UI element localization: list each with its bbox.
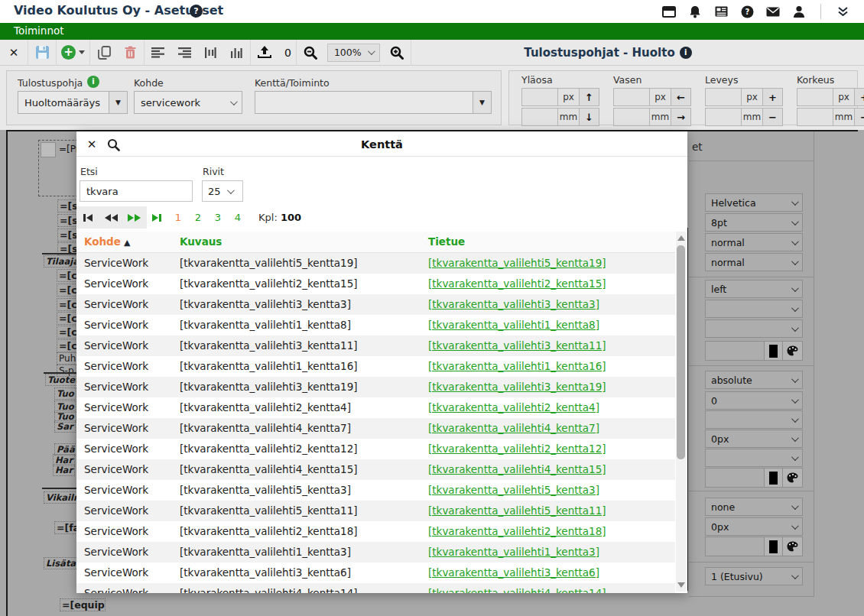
dimension-px-input[interactable] bbox=[705, 88, 742, 106]
property-select[interactable]: absolute bbox=[705, 371, 803, 389]
last-page-button[interactable] bbox=[145, 206, 168, 229]
close-button[interactable]: ✕ bbox=[5, 43, 23, 63]
dimension-down-button[interactable]: − bbox=[855, 108, 864, 126]
user-icon[interactable] bbox=[791, 4, 807, 19]
dimension-up-button[interactable]: ↑ bbox=[580, 88, 599, 106]
column-kuvaus[interactable]: Kuvaus bbox=[180, 235, 222, 248]
save-button[interactable] bbox=[33, 43, 51, 63]
distribute-horizontal-button[interactable] bbox=[201, 43, 219, 63]
table-row[interactable]: ServiceWork [tkvarakentta_valilehti2_ken… bbox=[76, 274, 675, 294]
first-page-button[interactable] bbox=[76, 206, 99, 229]
kentta-toiminto-select[interactable] bbox=[255, 91, 473, 114]
search-input[interactable] bbox=[80, 180, 193, 202]
modal-scrollbar[interactable] bbox=[676, 232, 686, 592]
dimension-up-button[interactable]: + bbox=[763, 88, 783, 106]
palette-button[interactable] bbox=[783, 468, 803, 488]
delete-button[interactable] bbox=[121, 43, 139, 63]
align-left-button[interactable] bbox=[149, 43, 167, 63]
tulostuspohja-info-icon[interactable]: i bbox=[87, 76, 99, 88]
cell-tietue-link[interactable]: [tkvarakentta_valilehti4_kentta15] bbox=[428, 463, 606, 475]
template-field[interactable]: Lisäta bbox=[44, 557, 78, 569]
table-row[interactable]: ServiceWork [tkvarakentta_valilehti2_ken… bbox=[76, 521, 675, 542]
property-select[interactable]: normal bbox=[705, 233, 803, 251]
table-row[interactable]: ServiceWork [tkvarakentta_valilehti5_ken… bbox=[76, 480, 675, 501]
property-select[interactable]: 1 (Etusivu) bbox=[705, 567, 803, 585]
cell-tietue-link[interactable]: [tkvarakentta_valilehti2_kentta18] bbox=[428, 525, 606, 537]
kohde-select[interactable]: servicework bbox=[134, 91, 242, 114]
table-row[interactable]: ServiceWork [tkvarakentta_valilehti1_ken… bbox=[76, 356, 675, 377]
property-select[interactable]: none bbox=[705, 498, 803, 516]
property-select[interactable] bbox=[705, 319, 803, 338]
dimension-down-button[interactable]: → bbox=[671, 108, 691, 126]
tulostuspohja-dropdown-button[interactable]: ▼ bbox=[109, 91, 128, 114]
color-value-input[interactable] bbox=[705, 341, 765, 361]
page-number[interactable]: 2 bbox=[188, 212, 208, 223]
column-kohde[interactable]: Kohde▲ bbox=[84, 235, 130, 248]
dimension-up-button[interactable]: ← bbox=[671, 88, 691, 106]
scrollbar-thumb[interactable] bbox=[677, 245, 685, 459]
color-swatch-button[interactable] bbox=[765, 468, 783, 488]
modal-close-button[interactable]: ✕ bbox=[83, 135, 101, 154]
modal-search-icon[interactable] bbox=[104, 135, 122, 154]
table-row[interactable]: ServiceWork [tkvarakentta_valilehti1_ken… bbox=[76, 542, 675, 563]
table-row[interactable]: ServiceWork [tkvarakentta_valilehti4_ken… bbox=[76, 418, 675, 439]
window-icon[interactable] bbox=[661, 4, 677, 19]
next-page-button[interactable] bbox=[122, 206, 145, 229]
template-field[interactable]: Puh bbox=[57, 352, 78, 365]
template-field[interactable]: Tuo bbox=[54, 387, 76, 400]
menu-toiminnot[interactable]: Toiminnot bbox=[14, 24, 64, 37]
collapse-chevrons-icon[interactable] bbox=[835, 4, 850, 19]
cell-tietue-link[interactable]: [tkvarakentta_valilehti3_kentta19] bbox=[428, 381, 606, 393]
palette-button[interactable] bbox=[783, 537, 803, 556]
page-number[interactable]: 3 bbox=[208, 212, 228, 223]
add-button[interactable]: + bbox=[61, 43, 85, 63]
table-row[interactable]: ServiceWork [tkvarakentta_valilehti2_ken… bbox=[76, 397, 675, 418]
color-swatch-button[interactable] bbox=[765, 341, 783, 361]
zoom-out-button[interactable] bbox=[301, 43, 320, 63]
property-select[interactable]: left bbox=[705, 280, 803, 298]
scroll-up-arrow[interactable] bbox=[677, 235, 685, 241]
property-select[interactable]: Helvetica bbox=[705, 193, 803, 212]
dimension-mm-input[interactable] bbox=[705, 108, 742, 126]
color-swatch-button[interactable] bbox=[765, 537, 783, 556]
property-select[interactable] bbox=[705, 410, 803, 429]
cell-tietue-link[interactable]: [tkvarakentta_valilehti4_kentta7] bbox=[428, 422, 599, 434]
table-row[interactable]: ServiceWork [tkvarakentta_valilehti4_ken… bbox=[76, 583, 675, 593]
property-select[interactable]: 0px bbox=[705, 517, 803, 536]
template-field[interactable]: =[equipments] bbox=[60, 598, 106, 611]
table-row[interactable]: ServiceWork [tkvarakentta_valilehti5_ken… bbox=[76, 253, 675, 274]
table-row[interactable]: ServiceWork [tkvarakentta_valilehti3_ken… bbox=[76, 377, 675, 397]
palette-button[interactable] bbox=[783, 341, 803, 361]
table-row[interactable]: ServiceWork [tkvarakentta_valilehti3_ken… bbox=[76, 563, 675, 583]
cell-tietue-link[interactable]: [tkvarakentta_valilehti4_kentta14] bbox=[428, 587, 606, 593]
cell-tietue-link[interactable]: [tkvarakentta_valilehti2_kentta4] bbox=[428, 401, 599, 413]
news-icon[interactable] bbox=[713, 4, 729, 19]
template-field[interactable]: Sar bbox=[54, 420, 76, 433]
bring-forward-button[interactable] bbox=[255, 43, 274, 63]
copy-button[interactable] bbox=[95, 43, 113, 63]
table-row[interactable]: ServiceWork [tkvarakentta_valilehti3_ken… bbox=[76, 336, 675, 356]
cell-tietue-link[interactable]: [tkvarakentta_valilehti5_kentta11] bbox=[428, 504, 606, 517]
dimension-mm-input[interactable] bbox=[521, 108, 558, 126]
dimension-px-input[interactable] bbox=[613, 88, 650, 106]
dimension-px-input[interactable] bbox=[797, 88, 833, 106]
table-row[interactable]: ServiceWork [tkvarakentta_valilehti3_ken… bbox=[76, 294, 675, 315]
cell-tietue-link[interactable]: [tkvarakentta_valilehti2_kentta15] bbox=[428, 277, 606, 290]
property-select[interactable] bbox=[705, 300, 803, 318]
table-row[interactable]: ServiceWork [tkvarakentta_valilehti4_ken… bbox=[76, 459, 675, 480]
help-circle-icon[interactable]: ? bbox=[190, 5, 203, 18]
dimension-down-button[interactable]: ↓ bbox=[580, 108, 599, 126]
previous-page-button[interactable] bbox=[99, 206, 122, 229]
property-select[interactable]: 0 bbox=[705, 391, 803, 410]
scroll-down-arrow[interactable] bbox=[677, 582, 685, 588]
print-checkbox[interactable] bbox=[41, 142, 56, 157]
dimension-mm-input[interactable] bbox=[797, 108, 833, 126]
zoom-level-select[interactable]: 100% bbox=[327, 44, 380, 62]
property-select[interactable] bbox=[705, 449, 803, 467]
property-select[interactable]: 0px bbox=[705, 430, 803, 448]
table-row[interactable]: ServiceWork [tkvarakentta_valilehti2_ken… bbox=[76, 439, 675, 459]
column-tietue[interactable]: Tietue bbox=[428, 235, 465, 248]
cell-tietue-link[interactable]: [tkvarakentta_valilehti3_kentta11] bbox=[428, 339, 606, 352]
color-value-input[interactable] bbox=[705, 537, 765, 556]
cell-tietue-link[interactable]: [tkvarakentta_valilehti5_kentta19] bbox=[428, 257, 606, 269]
